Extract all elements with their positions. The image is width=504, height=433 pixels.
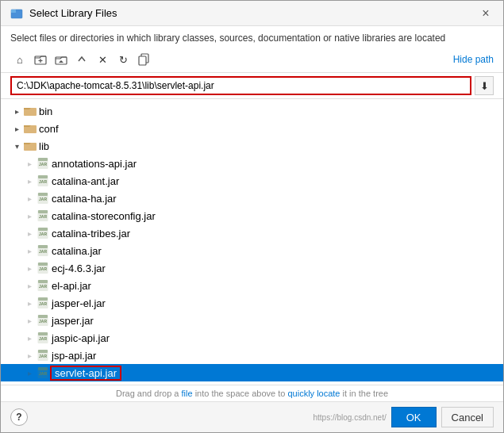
item-label: el-api.jar — [50, 280, 91, 292]
jar-icon: JAR — [36, 331, 50, 345]
tree-item[interactable]: ▸JARcatalina-ha.jar — [1, 190, 503, 207]
hide-path-link[interactable]: Hide path — [453, 54, 494, 65]
svg-text:JAR: JAR — [39, 162, 47, 167]
jar-icon: JAR — [36, 366, 50, 380]
tree-item[interactable]: ▸JARecj-4.6.3.jar — [1, 259, 503, 277]
svg-text:JAR: JAR — [39, 301, 47, 306]
expander-icon[interactable]: ▸ — [23, 329, 36, 347]
path-input[interactable] — [10, 76, 471, 95]
expander-icon[interactable]: ▸ — [23, 224, 36, 242]
tree-item[interactable]: ▸conf — [1, 120, 503, 137]
watermark: https://blog.csdn.net/ — [313, 413, 386, 422]
jar-icon: JAR — [36, 191, 50, 205]
expander-icon[interactable]: ▸ — [23, 172, 36, 190]
svg-rect-24 — [38, 228, 48, 231]
select-library-files-dialog: Select Library Files × Select files or d… — [0, 0, 504, 433]
tree-item[interactable]: ▸bin — [1, 102, 503, 120]
ok-button[interactable]: OK — [391, 407, 437, 427]
tree-item[interactable]: ▾lib — [1, 137, 503, 155]
jar-icon: JAR — [36, 348, 50, 362]
expander-icon[interactable]: ▸ — [23, 190, 36, 207]
svg-rect-1 — [11, 10, 16, 13]
svg-rect-18 — [38, 193, 48, 196]
svg-text:JAR: JAR — [39, 319, 47, 324]
new-folder-button[interactable] — [31, 50, 50, 69]
svg-text:JAR: JAR — [39, 354, 47, 358]
jar-icon: JAR — [36, 243, 50, 258]
folder-up-button[interactable] — [52, 50, 71, 69]
svg-text:JAR: JAR — [39, 214, 47, 219]
jar-icon: JAR — [36, 174, 50, 188]
expander-icon[interactable]: ▸ — [23, 347, 36, 364]
svg-rect-33 — [38, 280, 48, 283]
home-button[interactable]: ⌂ — [10, 50, 29, 69]
jar-icon: JAR — [36, 156, 50, 171]
tree-item[interactable]: ▸JARservlet-api.jar — [1, 364, 503, 381]
jar-icon: JAR — [36, 226, 50, 240]
expander-icon[interactable]: ▸ — [23, 312, 36, 329]
close-button[interactable]: × — [478, 6, 494, 21]
help-button[interactable]: ? — [10, 408, 28, 426]
tree-item[interactable]: ▸JARannotations-api.jar — [1, 155, 503, 172]
copy-button[interactable] — [134, 50, 153, 69]
tree-item[interactable]: ▸JARcatalina-tribes.jar — [1, 224, 503, 242]
delete-button[interactable]: ✕ — [93, 50, 112, 69]
tree-item[interactable]: ▸JARjasper-el.jar — [1, 294, 503, 312]
expander-icon[interactable]: ▸ — [23, 155, 36, 172]
file-tree[interactable]: ▸bin▸conf▾lib▸JARannotations-api.jar▸JAR… — [1, 99, 503, 385]
svg-rect-27 — [38, 245, 48, 248]
toolbar: ⌂ ✕ ↻ — [1, 47, 503, 73]
expander-icon[interactable]: ▸ — [10, 102, 23, 120]
cancel-button[interactable]: Cancel — [441, 407, 494, 427]
item-label: catalina.jar — [50, 245, 102, 257]
tree-item[interactable]: ▸JARcatalina-ant.jar — [1, 172, 503, 190]
svg-rect-30 — [38, 262, 48, 266]
svg-rect-42 — [38, 332, 48, 335]
svg-text:JAR: JAR — [39, 232, 47, 236]
jar-icon: JAR — [36, 313, 50, 328]
expander-icon[interactable]: ▸ — [23, 242, 36, 259]
svg-text:JAR: JAR — [39, 266, 47, 271]
svg-text:JAR: JAR — [39, 197, 47, 201]
expander-icon[interactable]: ▸ — [23, 277, 36, 294]
dialog-icon — [10, 7, 23, 20]
expander-icon[interactable]: ▸ — [10, 120, 23, 137]
item-label: catalina-tribes.jar — [50, 228, 130, 239]
folder-icon — [23, 104, 37, 118]
tree-item[interactable]: ▸JARjsp-api.jar — [1, 347, 503, 364]
item-label: jsp-api.jar — [50, 350, 96, 362]
expander-icon[interactable]: ▸ — [23, 294, 36, 312]
item-label: servlet-api.jar — [50, 366, 121, 381]
move-up-button[interactable] — [72, 50, 91, 69]
tree-item[interactable]: ▸JARjaspic-api.jar — [1, 329, 503, 347]
expander-icon[interactable]: ▸ — [23, 207, 36, 224]
svg-text:JAR: JAR — [39, 179, 47, 184]
expander-icon[interactable]: ▾ — [10, 137, 23, 155]
expander-icon[interactable]: ▸ — [23, 364, 36, 381]
item-label: catalina-ant.jar — [50, 175, 119, 187]
tree-item[interactable]: ▸JARjasper.jar — [1, 312, 503, 329]
svg-text:JAR: JAR — [39, 284, 47, 289]
title-bar: Select Library Files × — [1, 1, 503, 26]
refresh-button[interactable]: ↻ — [113, 50, 133, 69]
svg-text:JAR: JAR — [39, 249, 47, 254]
title-bar-left: Select Library Files — [10, 7, 117, 20]
download-button[interactable]: ⬇ — [475, 76, 494, 95]
tree-item[interactable]: ▸JARel-api.jar — [1, 277, 503, 294]
item-label: jasper.jar — [50, 315, 94, 327]
svg-rect-21 — [38, 210, 48, 213]
tree-item[interactable]: ▸JARcatalina.jar — [1, 242, 503, 259]
jar-icon: JAR — [36, 261, 50, 275]
item-label: ecj-4.6.3.jar — [50, 262, 106, 274]
folder-icon — [23, 121, 37, 136]
expander-icon[interactable]: ▸ — [23, 381, 36, 385]
tree-item[interactable]: ▸JARcatalina-storeconfig.jar — [1, 207, 503, 224]
item-label: catalina-ha.jar — [50, 193, 117, 205]
item-label: jasper-el.jar — [50, 297, 106, 309]
item-label: catalina-storeconfig.jar — [50, 210, 156, 222]
jar-icon: JAR — [36, 296, 50, 310]
jar-icon: JAR — [36, 278, 50, 293]
drag-hint: Drag and drop a file into the space abov… — [1, 385, 503, 401]
expander-icon[interactable]: ▸ — [23, 259, 36, 277]
bottom-bar: ? https://blog.csdn.net/ OK Cancel — [1, 401, 503, 432]
